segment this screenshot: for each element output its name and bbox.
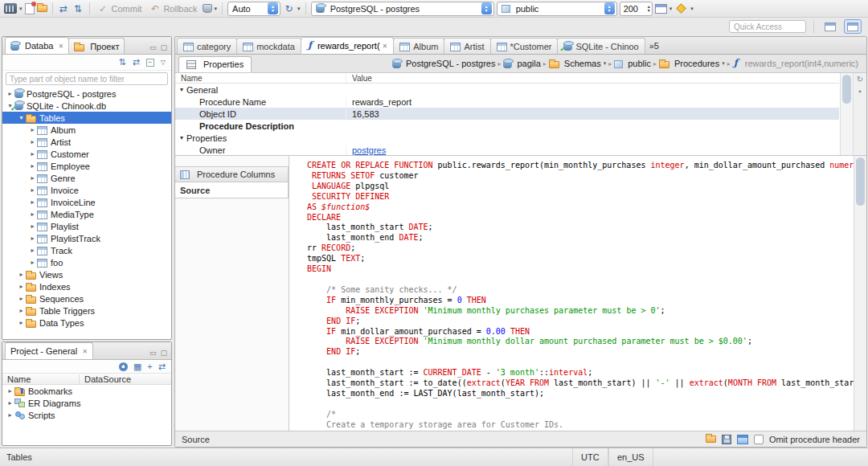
minimize-icon[interactable]: ▭ (149, 349, 157, 357)
property-value[interactable]: postgres (346, 145, 839, 155)
source-scrollbar[interactable] (854, 156, 866, 431)
property-row-procedure-name[interactable]: Procedure Namerewards_report (175, 96, 839, 108)
chevron-down-icon[interactable]: ▾ (690, 6, 694, 12)
expand-arrow-icon[interactable]: ▸ (28, 223, 37, 230)
source-editor[interactable]: CREATE OR REPLACE FUNCTION public.reward… (289, 156, 854, 431)
close-icon[interactable]: ✕ (58, 43, 63, 50)
tree-item-sequences[interactable]: ▸Sequences (2, 292, 171, 305)
breadcrumb-item-public[interactable]: public (612, 59, 653, 68)
sync-connection-icon[interactable]: ⇅ (118, 58, 125, 67)
expand-arrow-icon[interactable]: ▸ (6, 387, 14, 394)
property-row-owner[interactable]: Ownerpostgres (175, 144, 839, 156)
project-item-scripts[interactable]: ▸Scripts (2, 409, 171, 421)
expand-arrow-icon[interactable]: ▸ (28, 126, 37, 133)
transaction-mode-icon[interactable] (203, 4, 212, 13)
status-locale[interactable]: en_US (608, 448, 653, 466)
schema-select[interactable]: public ▴▾ (497, 2, 617, 16)
generate-sql-icon[interactable] (676, 3, 686, 14)
breadcrumb-item-schemas[interactable]: Schemas▾ (547, 59, 608, 68)
property-row-properties[interactable]: ▾Properties (175, 132, 839, 144)
tab-properties[interactable]: Properties (178, 56, 252, 72)
maximize-icon[interactable]: ▢ (160, 43, 167, 51)
column-header-name[interactable]: Name (2, 374, 80, 384)
minimize-icon[interactable]: ▭ (149, 43, 157, 51)
close-icon[interactable]: ✕ (82, 348, 88, 355)
expand-arrow-icon[interactable]: ▸ (28, 198, 37, 206)
expand-arrow-icon[interactable]: ▸ (28, 211, 37, 218)
open-file-icon[interactable] (706, 435, 716, 443)
expand-arrow-icon[interactable]: ▾ (180, 134, 183, 141)
tree-item-genre[interactable]: ▸Genre (2, 172, 171, 184)
expand-arrow-icon[interactable]: ▸ (6, 411, 14, 419)
breadcrumb-item-rewards-report-int4-numeric[interactable]: rewards_report(int4,numeric) (731, 59, 860, 68)
refresh-icon[interactable]: ↻ (857, 76, 863, 84)
tree-item-invoiceline[interactable]: ▸InvoiceLine (2, 196, 171, 208)
fetch-size-input[interactable] (624, 4, 648, 14)
data-compare-icon[interactable]: ⇅ (72, 3, 84, 14)
tree-item-sqlite-chinook-db[interactable]: ▾SQLite - Chinook.db (2, 100, 171, 112)
expand-arrow-icon[interactable]: ▸ (28, 150, 37, 157)
expand-arrow-icon[interactable]: ▸ (17, 283, 26, 290)
editor-tab-album[interactable]: Album (393, 38, 444, 54)
tree-item-indexes[interactable]: ▸Indexes (2, 280, 171, 292)
expand-arrow-icon[interactable]: ▸ (17, 271, 26, 278)
tree-item-views[interactable]: ▸Views (2, 268, 171, 280)
show-columns-icon[interactable]: ▦ (133, 362, 141, 371)
omit-procedure-header-checkbox[interactable] (754, 435, 764, 444)
tree-item-table-triggers[interactable]: ▸Table Triggers (2, 305, 171, 317)
sql-editor-icon[interactable] (4, 3, 17, 14)
tx-mode-select[interactable]: Auto ▴▾ (227, 2, 280, 16)
tree-item-employee[interactable]: ▸Employee (2, 160, 171, 172)
chevron-down-icon[interactable]: ▾ (19, 6, 23, 12)
connection-select[interactable]: PostgreSQL - postgres ▴▾ (311, 2, 494, 16)
rollback-button[interactable]: ↶ Rollback (146, 3, 199, 14)
scrollbar-thumb[interactable] (842, 75, 851, 104)
save-file-icon[interactable] (722, 435, 731, 444)
add-icon[interactable]: + (147, 362, 152, 371)
column-header-datasource[interactable]: DataSource (80, 374, 131, 384)
tree-item-track[interactable]: ▸Track (2, 244, 171, 256)
tree-item-playlist[interactable]: ▸Playlist (2, 220, 171, 232)
collapse-all-icon[interactable]: − (146, 59, 154, 67)
status-timezone[interactable]: UTC (572, 448, 608, 466)
expand-arrow-icon[interactable]: ▸ (28, 259, 37, 266)
refresh-icon[interactable]: ↻ (283, 3, 295, 14)
gear-icon[interactable] (119, 362, 128, 371)
chevron-down-icon[interactable]: ▾ (604, 60, 607, 67)
breadcrumb-item-pagila[interactable]: pagila (502, 59, 542, 68)
tree-item-playlisttrack[interactable]: ▸PlaylistTrack (2, 232, 171, 244)
data-transfer-icon[interactable]: ⇄ (58, 3, 70, 14)
editor-tab-category[interactable]: category (177, 38, 237, 54)
chevron-down-icon[interactable]: ▾ (215, 6, 218, 12)
expand-arrow-icon[interactable]: ▸ (17, 295, 26, 302)
open-script-icon[interactable] (37, 5, 47, 12)
editor-tab-customer[interactable]: *Customer (490, 38, 559, 54)
expand-arrow-icon[interactable]: ▸ (28, 174, 37, 182)
side-tab-source[interactable]: Source (175, 182, 289, 198)
property-row-general[interactable]: ▾General (175, 84, 839, 96)
expand-arrow-icon[interactable]: ▸ (28, 186, 37, 194)
scrollbar-thumb[interactable] (856, 157, 865, 206)
perspective-icon[interactable] (821, 19, 839, 34)
expand-arrow-icon[interactable]: ▸ (17, 307, 26, 314)
editor-tab-sqlite-chinoo[interactable]: SQLite - Chinoo (557, 38, 645, 54)
chevron-down-icon[interactable]: ▾ (297, 6, 301, 12)
column-header-value[interactable]: Value (346, 74, 839, 83)
tree-item-invoice[interactable]: ▸Invoice (2, 184, 171, 196)
object-filter-input[interactable] (6, 72, 168, 85)
link-with-editor-icon[interactable]: ⇄ (133, 58, 140, 67)
maximize-icon[interactable]: ▢ (160, 349, 167, 357)
tree-item-customer[interactable]: ▸Customer (2, 148, 171, 160)
expand-arrow-icon[interactable]: ▾ (17, 114, 26, 121)
tree-item-tables[interactable]: ▾Tables (2, 112, 171, 124)
expand-arrow-icon[interactable]: ▸ (28, 162, 37, 170)
editor-tab-artist[interactable]: Artist (444, 38, 490, 54)
property-row-object-id[interactable]: Object ID16,583 (175, 108, 839, 120)
tab-project-general[interactable]: Project - General ✕ (5, 342, 93, 359)
link-with-editor-icon[interactable]: ⇄ (158, 362, 166, 371)
column-header-name[interactable]: Name (175, 74, 346, 83)
project-item-er-diagrams[interactable]: ▸ER Diagrams (2, 397, 171, 409)
editor-tab-mockdata[interactable]: mockdata (236, 38, 301, 54)
tab-overflow-indicator[interactable]: »5 (649, 41, 659, 51)
expand-arrow-icon[interactable]: ▸ (28, 138, 37, 145)
